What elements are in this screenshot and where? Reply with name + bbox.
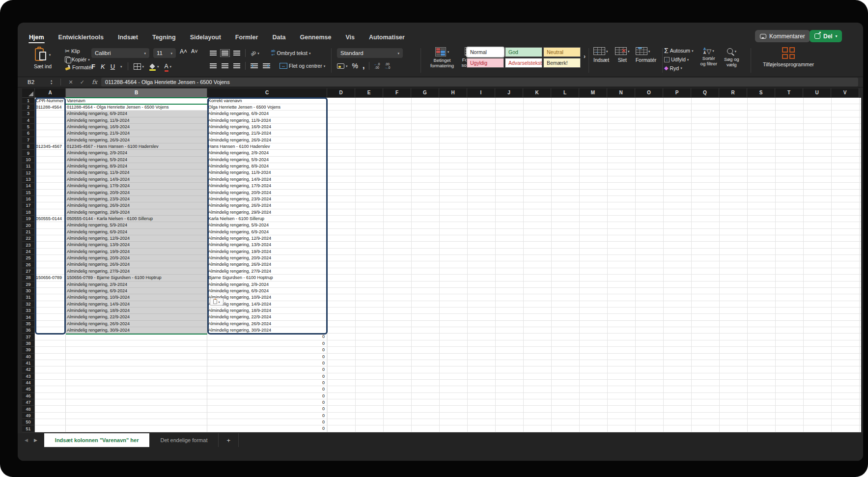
row-header-8[interactable]: 8 <box>22 143 35 150</box>
row-header-22[interactable]: 22 <box>22 235 35 242</box>
empty-cells-row-25[interactable] <box>327 255 861 261</box>
cell-B22[interactable]: Almindelig rengøring, 12/9-2024 <box>66 235 207 242</box>
cell-A32[interactable] <box>35 301 66 308</box>
row-header-41[interactable]: 41 <box>22 360 35 366</box>
cell-B16[interactable]: Almindelig rengøring, 23/9-2024 <box>66 196 207 202</box>
cell-B28[interactable]: 150656-0789 - Bjarne Sigurdsen - 6100 Ho… <box>66 275 207 281</box>
cell-A4[interactable] <box>35 117 66 124</box>
cell-C50[interactable]: 0 <box>207 419 327 425</box>
cell-B36[interactable]: Almindelig rengøring, 30/9-2024 <box>66 327 207 334</box>
cell-A44[interactable] <box>35 380 66 386</box>
cell-C45[interactable]: 0 <box>207 386 327 393</box>
cell-B45[interactable] <box>66 386 207 393</box>
cell-C41[interactable]: 0 <box>207 360 327 366</box>
cell-A5[interactable] <box>35 124 66 130</box>
cell-C11[interactable]: Almindelig rengøring, 8/9-2024 <box>207 163 327 169</box>
cell-B43[interactable] <box>66 373 207 380</box>
cell-A29[interactable] <box>35 281 66 288</box>
cell-A47[interactable] <box>35 399 66 406</box>
row-header-48[interactable]: 48 <box>22 406 35 412</box>
empty-cells-row-3[interactable] <box>327 111 861 117</box>
row-header-35[interactable]: 35 <box>22 321 35 327</box>
cell-A41[interactable] <box>35 360 66 366</box>
cell-A39[interactable] <box>35 347 66 353</box>
column-header-l[interactable]: L <box>551 88 579 98</box>
accounting-format-button[interactable]: ▾ <box>337 63 348 69</box>
align-left-icon[interactable] <box>210 63 217 68</box>
cell-B46[interactable] <box>66 393 207 399</box>
cell-C13[interactable]: Almindelig rengøring, 14/9-2024 <box>207 176 327 183</box>
cell-C7[interactable]: Almindelig rengøring, 26/9-2024 <box>207 137 327 143</box>
cell-C32[interactable]: Almindelig rengøring, 14/9-2024 <box>207 301 327 308</box>
empty-cells-row-28[interactable] <box>327 275 861 281</box>
cell-A15[interactable] <box>35 190 66 196</box>
cell-B32[interactable]: Almindelig rengøring, 14/9-2024 <box>66 301 207 308</box>
cell-C39[interactable]: 0 <box>207 347 327 353</box>
empty-cells-row-13[interactable] <box>327 176 861 183</box>
row-header-13[interactable]: 13 <box>22 176 35 183</box>
cell-C14[interactable]: Almindelig rengøring, 17/9-2024 <box>207 183 327 189</box>
cell-A28[interactable]: 150656-0789 <box>35 275 66 281</box>
cancel-icon[interactable]: ✕ <box>68 79 73 85</box>
cell-C25[interactable]: Almindelig rengøring, 20/9-2024 <box>207 255 327 261</box>
cell-C17[interactable]: Almindelig rengøring, 26/9-2024 <box>207 202 327 209</box>
cell-B41[interactable] <box>66 360 207 366</box>
cell-C22[interactable]: Almindelig rengøring, 12/9-2024 <box>207 235 327 242</box>
cell-B38[interactable] <box>66 340 207 347</box>
cell-C48[interactable]: 0 <box>207 406 327 412</box>
cell-B47[interactable] <box>66 399 207 406</box>
cell-B34[interactable]: Almindelig rengøring, 22/9-2024 <box>66 314 207 320</box>
column-header-k[interactable]: K <box>523 88 551 98</box>
cell-C26[interactable]: Almindelig rengøring, 26/9-2024 <box>207 261 327 268</box>
cell-A30[interactable] <box>35 288 66 294</box>
cell-A42[interactable] <box>35 366 66 373</box>
row-header-29[interactable]: 29 <box>22 281 35 288</box>
row-header-27[interactable]: 27 <box>22 268 35 275</box>
cell-C20[interactable]: Almindelig rengøring, 5/9-2024 <box>207 222 327 228</box>
paste-options-button[interactable]: ▾ <box>210 298 224 306</box>
empty-cells-row-43[interactable] <box>327 373 861 380</box>
empty-cells-row-18[interactable] <box>327 209 861 216</box>
format-painter-button[interactable]: Formatér <box>65 64 93 70</box>
row-header-50[interactable]: 50 <box>22 419 35 425</box>
empty-cells-row-41[interactable] <box>327 360 861 366</box>
cell-A1[interactable]: CPR-Nummer <box>35 98 66 104</box>
cell-B6[interactable]: Almindelig rengøring, 21/9-2024 <box>66 130 207 137</box>
decrease-indent-icon[interactable] <box>251 63 258 68</box>
ribbon-tab-indsæt[interactable]: Indsæt <box>117 31 139 44</box>
fill-color-button[interactable]: ▾ <box>149 64 159 69</box>
wrap-text-button[interactable]: ab↩ Ombryd tekst ▾ <box>271 49 311 57</box>
column-header-e[interactable]: E <box>355 88 383 98</box>
cell-A34[interactable] <box>35 314 66 320</box>
cell-B33[interactable]: Almindelig rengøring, 18/9-2024 <box>66 308 207 314</box>
cell-B7[interactable]: Almindelig rengøring, 26/9-2024 <box>66 137 207 143</box>
row-header-7[interactable]: 7 <box>22 137 35 143</box>
row-header-37[interactable]: 37 <box>22 334 35 340</box>
gallery-more-button[interactable]: › <box>584 53 586 60</box>
conditional-formatting-button[interactable]: ▾ Betinget formatering <box>427 47 457 68</box>
cell-B2[interactable]: 011288-4564 - Olga Henriette Jensen - 65… <box>66 104 207 111</box>
cell-A13[interactable] <box>35 176 66 183</box>
comma-style-button[interactable]: , <box>363 63 364 68</box>
cell-B15[interactable]: Almindelig rengøring, 20/9-2024 <box>66 190 207 196</box>
empty-cells-row-22[interactable] <box>327 235 861 242</box>
number-format-select[interactable]: Standard▾ <box>337 48 403 58</box>
align-right-icon[interactable] <box>233 63 240 68</box>
cell-A20[interactable] <box>35 222 66 228</box>
italic-button[interactable]: K <box>101 63 105 70</box>
row-header-39[interactable]: 39 <box>22 347 35 353</box>
ribbon-tab-formler[interactable]: Formler <box>235 31 259 44</box>
column-header-i[interactable]: I <box>467 88 495 98</box>
empty-cells-row-8[interactable] <box>327 143 861 150</box>
align-middle-icon[interactable] <box>222 51 228 56</box>
row-header-16[interactable]: 16 <box>22 196 35 202</box>
cell-C27[interactable]: Almindelig rengøring, 27/9-2024 <box>207 268 327 275</box>
enter-check-icon[interactable]: ✓ <box>80 79 84 85</box>
column-header-o[interactable]: O <box>635 88 663 98</box>
cell-C36[interactable]: Almindelig rengøring, 30/9-2024 <box>207 327 327 334</box>
cell-B19[interactable]: 050555-0144 - Karla Nielsen - 6100 Sille… <box>66 216 207 222</box>
share-button[interactable]: Del ▾ <box>810 30 842 42</box>
cell-C30[interactable]: Almindelig rengøring, 6/9-2024 <box>207 288 327 294</box>
empty-cells-row-14[interactable] <box>327 183 861 189</box>
column-header-h[interactable]: H <box>439 88 467 98</box>
